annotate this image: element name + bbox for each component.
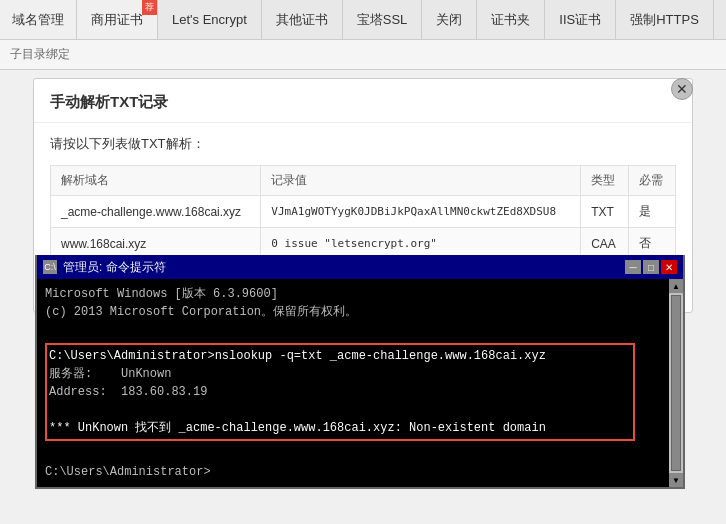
cmd-controls: ─ □ ✕	[625, 260, 677, 274]
cmd-line-6: Address: 183.60.83.19	[47, 383, 633, 401]
tab-other[interactable]: 其他证书	[262, 0, 343, 39]
dialog-title: 手动解析TXT记录	[50, 93, 168, 110]
dialog-close-button[interactable]: ✕	[671, 78, 693, 100]
cmd-scrollbar[interactable]: ▲ ▼	[669, 279, 683, 487]
tab-letsencrypt[interactable]: Let's Encrypt	[158, 0, 262, 39]
cmd-scroll-down[interactable]: ▼	[669, 473, 683, 487]
cmd-titlebar: C:\ 管理员: 命令提示符 ─ □ ✕	[37, 255, 683, 279]
col-header-required: 必需	[628, 166, 675, 196]
cmd-window: C:\ 管理员: 命令提示符 ─ □ ✕ Microsoft Windows […	[35, 255, 685, 489]
cmd-line-blank-2	[47, 401, 633, 419]
tab-baota[interactable]: 宝塔SSL	[343, 0, 423, 39]
dialog-description: 请按以下列表做TXT解析：	[50, 135, 676, 153]
cmd-minimize-button[interactable]: ─	[625, 260, 641, 274]
cell-value-1: VJmA1gWOTYygK0JDBiJkPQaxAllMN0ckwtZEd8XD…	[261, 196, 581, 228]
tab-certfolder[interactable]: 证书夹	[477, 0, 545, 39]
cell-type-1: TXT	[581, 196, 629, 228]
cmd-line-1: Microsoft Windows [版本 6.3.9600]	[45, 285, 635, 303]
tab-iis[interactable]: IIS证书	[545, 0, 616, 39]
cmd-content: Microsoft Windows [版本 6.3.9600] (c) 2013…	[45, 285, 651, 481]
tab-close[interactable]: 关闭	[422, 0, 477, 39]
cmd-line-4: C:\Users\Administrator>nslookup -q=txt _…	[47, 347, 633, 365]
cmd-line-8: *** UnKnown 找不到 _acme-challenge.www.168c…	[47, 419, 633, 437]
cell-domain-1: _acme-challenge.www.168cai.xyz	[51, 196, 261, 228]
dialog-header: 手动解析TXT记录	[34, 79, 692, 123]
cmd-maximize-button[interactable]: □	[643, 260, 659, 274]
cmd-scroll-thumb	[671, 295, 681, 471]
cmd-titlebar-left: C:\ 管理员: 命令提示符	[43, 259, 166, 276]
cmd-icon: C:\	[43, 260, 57, 274]
sub-nav: 子目录绑定	[0, 40, 726, 70]
tab-https[interactable]: 强制HTTPS	[616, 0, 714, 39]
tab-commercial[interactable]: 商用证书 荐	[77, 0, 158, 39]
dns-records-table: 解析域名 记录值 类型 必需 _acme-challenge.www.168ca…	[50, 165, 676, 260]
col-header-value: 记录值	[261, 166, 581, 196]
cmd-body-container: Microsoft Windows [版本 6.3.9600] (c) 2013…	[37, 279, 683, 487]
cmd-prompt-line: C:\Users\Administrator>	[45, 463, 635, 481]
cmd-line-blank-3	[45, 445, 635, 463]
table-row: _acme-challenge.www.168cai.xyz VJmA1gWOT…	[51, 196, 676, 228]
cmd-highlight-region: C:\Users\Administrator>nslookup -q=txt _…	[45, 343, 635, 441]
cmd-scroll-up[interactable]: ▲	[669, 279, 683, 293]
cmd-line-2: (c) 2013 Microsoft Corporation。保留所有权利。	[45, 303, 635, 321]
cmd-close-button[interactable]: ✕	[661, 260, 677, 274]
commercial-badge: 荐	[142, 0, 157, 15]
cmd-line-blank-1	[45, 321, 635, 339]
domain-management-label: 域名管理	[0, 0, 77, 39]
cmd-title: 管理员: 命令提示符	[63, 259, 166, 276]
cmd-line-5: 服务器: UnKnown	[47, 365, 633, 383]
top-nav: 域名管理 商用证书 荐 Let's Encrypt 其他证书 宝塔SSL 关闭 …	[0, 0, 726, 40]
col-header-type: 类型	[581, 166, 629, 196]
col-header-domain: 解析域名	[51, 166, 261, 196]
cmd-body: Microsoft Windows [版本 6.3.9600] (c) 2013…	[37, 279, 669, 487]
cell-required-1: 是	[628, 196, 675, 228]
